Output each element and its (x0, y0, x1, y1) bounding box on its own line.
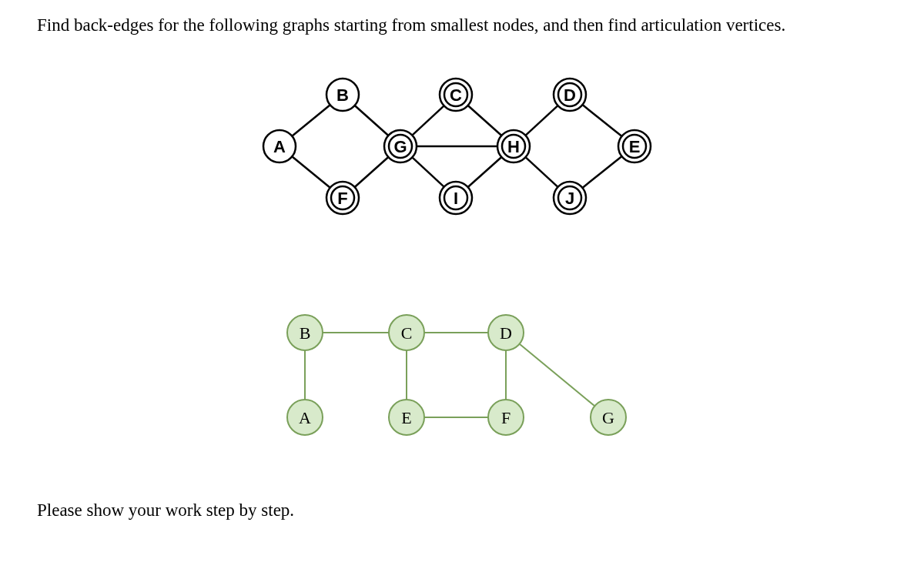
g2-node-C: C (389, 315, 424, 350)
g2-node-label-C: C (401, 323, 413, 343)
graph1-edges (292, 105, 621, 188)
g1-node-E: E (618, 130, 651, 162)
g1-node-G: G (384, 130, 417, 162)
g1-node-label-J: J (565, 189, 574, 208)
g1-node-label-A: A (273, 137, 286, 156)
g1-edge-A-F (292, 156, 330, 187)
g2-node-B: B (287, 315, 323, 350)
g1-node-label-E: E (629, 137, 641, 156)
g1-node-label-C: C (450, 85, 462, 105)
g1-edge-I-H (468, 157, 502, 187)
g1-node-C: C (440, 79, 472, 111)
g1-node-label-I: I (454, 189, 458, 208)
g1-edge-A-B (292, 105, 330, 136)
g1-node-label-B: B (336, 85, 349, 105)
g1-node-label-G: G (393, 137, 407, 156)
footer-text: Please show your work step by step. (37, 500, 294, 520)
g1-edge-F-G (355, 157, 389, 187)
g2-node-label-A: A (299, 408, 311, 427)
g1-node-H: H (497, 130, 530, 162)
graph2-edges (305, 333, 594, 417)
g2-node-label-G: G (602, 408, 614, 427)
g1-node-F: F (326, 182, 359, 214)
g2-edge-D-G (520, 344, 595, 407)
g1-edge-J-E (582, 156, 621, 188)
g2-node-label-F: F (501, 408, 511, 427)
g1-node-D: D (554, 79, 586, 111)
g1-edge-G-C (412, 105, 444, 135)
g2-node-label-E: E (401, 408, 411, 427)
g1-node-label-H: H (507, 137, 520, 156)
g2-node-F: F (488, 400, 524, 435)
g1-edge-G-I (412, 157, 444, 186)
g2-node-label-D: D (500, 323, 512, 343)
g1-edge-B-G (355, 105, 389, 136)
g2-node-G: G (591, 400, 626, 435)
g1-node-J: J (554, 182, 586, 214)
g1-edge-H-D (525, 105, 557, 136)
g1-edge-D-E (582, 105, 621, 136)
g2-node-label-B: B (300, 323, 311, 343)
diagram-stage: ABCDEFGHIJ ABCDEFG (0, 0, 924, 569)
g1-edge-C-H (468, 105, 502, 136)
g1-node-I: I (440, 182, 472, 214)
g1-node-A: A (263, 130, 296, 162)
g1-node-B: B (326, 79, 359, 111)
g2-node-E: E (389, 400, 424, 435)
g1-node-label-D: D (564, 85, 576, 105)
g2-node-D: D (488, 315, 524, 350)
g1-node-label-F: F (337, 189, 347, 208)
g2-node-A: A (287, 400, 323, 435)
g1-edge-H-J (525, 157, 557, 187)
